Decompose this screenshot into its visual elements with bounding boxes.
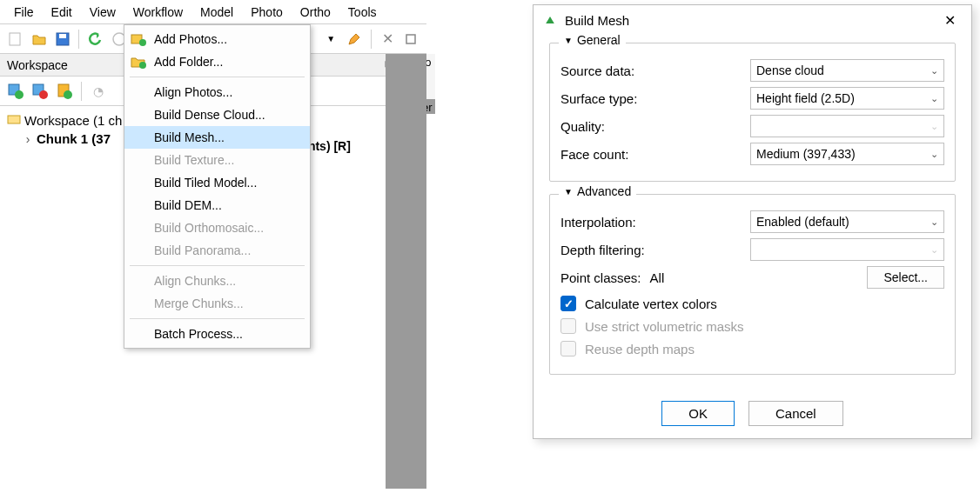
surface-type-combo[interactable]: Height field (2.5D)⌄ (750, 87, 944, 110)
menu-separator (130, 318, 305, 319)
svg-point-13 (139, 39, 146, 46)
interpolation-combo[interactable]: Enabled (default)⌄ (750, 210, 944, 233)
pencil-icon[interactable] (345, 29, 365, 50)
menu-file[interactable]: File (5, 3, 43, 22)
general-legend[interactable]: ▼General (559, 33, 626, 47)
svg-point-8 (39, 90, 48, 99)
menu-model[interactable]: Model (191, 3, 242, 22)
svg-rect-4 (406, 35, 415, 43)
ok-button[interactable]: OK (661, 401, 735, 426)
menubar: File Edit View Workflow Model Photo Orth… (0, 0, 426, 24)
depth-filtering-combo: ⌄ (750, 238, 944, 261)
strict-masks-row: Use strict volumetric masks (560, 318, 944, 334)
add-chunk-icon[interactable] (5, 81, 26, 102)
depth-filtering-label: Depth filtering: (560, 243, 743, 257)
svg-rect-11 (8, 116, 20, 123)
menu-build-dem-label: Build DEM... (154, 198, 222, 212)
menu-build-texture: Build Texture... (124, 149, 310, 171)
filter-icon[interactable]: ◔ (88, 81, 109, 102)
menu-align-chunks: Align Chunks... (124, 270, 310, 292)
svg-rect-15 (545, 23, 555, 26)
menu-align-photos-label: Align Photos... (154, 85, 232, 99)
menu-build-mesh[interactable]: Build Mesh... (124, 126, 310, 149)
add-folder-icon (130, 54, 147, 70)
select-point-classes-button[interactable]: Select... (867, 266, 944, 289)
menu-build-tiled-label: Build Tiled Model... (154, 176, 257, 190)
menu-build-tiled[interactable]: Build Tiled Model... (124, 171, 310, 194)
menu-build-texture-label: Build Texture... (154, 153, 234, 167)
dropdown-icon[interactable]: ▼ (321, 29, 341, 50)
chevron-down-icon: ⌄ (930, 217, 938, 228)
menu-build-ortho: Build Orthomosaic... (124, 217, 310, 239)
menu-tools[interactable]: Tools (339, 3, 386, 22)
save-icon[interactable] (52, 29, 72, 50)
menu-add-photos[interactable]: Add Photos... (124, 28, 310, 50)
workspace-panel-title: Workspace (7, 58, 68, 72)
menu-add-photos-label: Add Photos... (154, 32, 227, 46)
svg-rect-2 (59, 34, 66, 38)
add-folder-icon[interactable] (30, 81, 50, 102)
tree-root-label: Workspace (1 ch (24, 113, 122, 128)
menu-build-pano: Build Panorama... (124, 239, 310, 262)
build-mesh-dialog: Build Mesh ✕ ▼General Source data: Dense… (533, 4, 972, 439)
menu-add-folder-label: Add Folder... (154, 55, 223, 69)
chevron-down-icon: ⌄ (930, 149, 938, 160)
svg-point-10 (64, 90, 72, 99)
advanced-group: ▼Advanced Interpolation: Enabled (defaul… (549, 194, 956, 375)
dialog-titlebar: Build Mesh ✕ (534, 5, 971, 36)
add-photos-icon (130, 31, 147, 47)
face-count-label: Face count: (560, 147, 743, 162)
dialog-icon (542, 13, 558, 29)
dialog-title: Build Mesh (565, 13, 937, 28)
undo-icon[interactable] (85, 29, 105, 50)
reuse-depth-label: Reuse depth maps (585, 342, 695, 356)
chevron-down-icon: ⌄ (930, 244, 938, 256)
menu-build-dem[interactable]: Build DEM... (124, 194, 310, 217)
point-classes-label: Point classes: (560, 270, 641, 285)
menu-build-ortho-label: Build Orthomosaic... (154, 221, 264, 235)
menu-align-photos[interactable]: Align Photos... (124, 81, 310, 103)
crop-icon[interactable] (401, 29, 421, 50)
workflow-menu: Add Photos... Add Folder... Align Photos… (124, 24, 311, 349)
menu-separator (130, 77, 305, 77)
chevron-down-icon: ⌄ (930, 65, 938, 77)
quality-combo: ⌄ (750, 115, 944, 137)
menu-build-dense[interactable]: Build Dense Cloud... (124, 103, 310, 126)
svg-point-6 (15, 90, 23, 99)
hidden-chunk-suffix: ints) [R] (305, 139, 351, 153)
menu-view[interactable]: View (81, 3, 124, 22)
viewport[interactable] (386, 54, 426, 489)
workspace-icon (7, 113, 21, 128)
menu-add-folder[interactable]: Add Folder... (124, 50, 310, 73)
delete-icon[interactable]: ✕ (378, 29, 398, 50)
open-icon[interactable] (29, 29, 49, 50)
enable-chunk-icon[interactable] (54, 81, 75, 102)
menu-ortho[interactable]: Ortho (292, 3, 339, 22)
menu-workflow[interactable]: Workflow (124, 3, 191, 22)
menu-build-mesh-label: Build Mesh... (154, 130, 225, 144)
quality-label: Quality: (560, 119, 743, 134)
svg-rect-0 (10, 33, 20, 45)
reuse-depth-checkbox (560, 341, 576, 356)
advanced-legend[interactable]: ▼Advanced (559, 184, 636, 198)
menu-batch-process-label: Batch Process... (154, 327, 243, 341)
menu-align-chunks-label: Align Chunks... (154, 274, 236, 288)
source-data-combo[interactable]: Dense cloud⌄ (750, 59, 944, 82)
point-classes-value: All (650, 270, 859, 285)
interpolation-label: Interpolation: (560, 215, 743, 230)
face-count-combo[interactable]: Medium (397,433)⌄ (750, 143, 944, 165)
expand-icon[interactable]: › (23, 132, 33, 146)
menu-edit[interactable]: Edit (43, 3, 81, 22)
menu-build-pano-label: Build Panorama... (154, 243, 251, 257)
tree-chunk-label: Chunk 1 (37 (37, 131, 111, 146)
menu-photo[interactable]: Photo (242, 3, 292, 22)
new-icon[interactable] (5, 29, 25, 50)
calc-vertex-colors-row[interactable]: ✓ Calculate vertex colors (560, 296, 944, 311)
menu-batch-process[interactable]: Batch Process... (124, 323, 310, 345)
calc-vertex-colors-label: Calculate vertex colors (585, 296, 717, 311)
dialog-close-button[interactable]: ✕ (937, 10, 963, 30)
strict-masks-label: Use strict volumetric masks (585, 319, 744, 334)
calc-vertex-colors-checkbox[interactable]: ✓ (560, 296, 576, 311)
cancel-button[interactable]: Cancel (748, 401, 843, 426)
chevron-down-icon: ⌄ (930, 93, 938, 104)
